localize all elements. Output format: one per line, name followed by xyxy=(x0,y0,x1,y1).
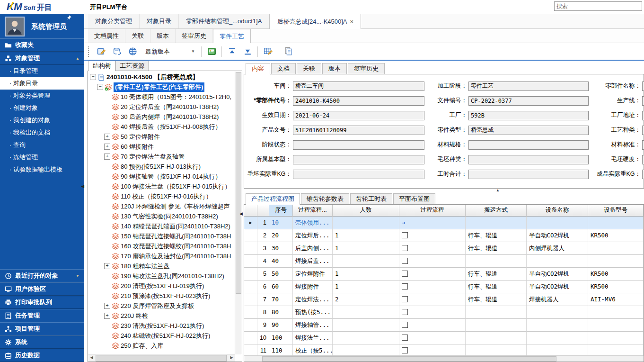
field-input-base-model[interactable] xyxy=(293,155,424,164)
table-row[interactable]: 660焊接附件1行车、辊道半自动CO2焊机KR500 xyxy=(244,281,644,293)
sidebar-item-print-approval-queue[interactable]: 打印审批队列 xyxy=(0,296,84,309)
tree-process-node[interactable]: +150 钻琵琶孔连接螺孔(同2401010-T38H xyxy=(88,231,235,241)
tree-process-node[interactable]: +140 精镗琵琶孔端面(同2401010-T38H2) xyxy=(88,221,235,231)
field-input-production-line[interactable]: 桥壳二 xyxy=(642,96,644,106)
sidebar-item-history-data[interactable]: 历史数据 xyxy=(0,349,84,362)
expand-icon[interactable]: + xyxy=(104,313,110,319)
field-input-part-name[interactable]: 后桥壳 xyxy=(642,81,644,91)
tree-group-node-selected[interactable]: −(零件工艺)零件工艺(汽车零部件) xyxy=(88,82,235,92)
tree-process-node[interactable]: +250 贮存、入库 xyxy=(88,341,235,351)
sidebar-item-my-created-objects[interactable]: 我创建的对象 xyxy=(0,114,84,127)
chevron-down-icon[interactable]: ▼ xyxy=(76,274,79,278)
table-row[interactable]: 550定位焊附件1行车、辊道半自动CO2焊机KR500 xyxy=(244,268,644,281)
sidebar-item-my-checked-out-docs[interactable]: 我检出的文档 xyxy=(0,127,84,139)
sidebar-item-object-class-mgmt[interactable]: 对象分类管理 xyxy=(0,90,84,102)
scrollbar-thumb[interactable] xyxy=(236,72,241,294)
field-input-file-no[interactable]: CP-2022-0377 xyxy=(468,96,589,106)
expand-icon[interactable]: + xyxy=(104,303,110,309)
tree-process-node[interactable]: +180 粗精车法兰盘 xyxy=(88,261,235,271)
table-row[interactable]: 990焊接轴管... xyxy=(244,319,644,332)
field-input-process-stage[interactable]: 零件工艺 xyxy=(468,81,589,91)
tree-process-node[interactable]: +170 磨轴承位及油封位(同2401010-T38H xyxy=(88,251,235,261)
flow-checkbox[interactable] xyxy=(402,296,408,302)
field-input-part-type[interactable]: 桥壳总成 xyxy=(468,126,589,135)
scroll-left-arrow-icon[interactable]: ◀ xyxy=(88,354,95,361)
flow-checkbox[interactable] xyxy=(402,245,408,251)
scroll-right-arrow-icon[interactable]: ▶ xyxy=(228,354,235,361)
flow-checkbox[interactable] xyxy=(402,335,408,341)
chevron-up-icon[interactable]: ▲ xyxy=(76,56,79,61)
toolbar-drag-handle[interactable] xyxy=(88,46,90,57)
tab-plant-layout[interactable]: 平面布置图 xyxy=(393,193,435,204)
field-input-factory-address[interactable]: 襄阳市 xyxy=(642,111,644,120)
tab-versions[interactable]: 版本 xyxy=(322,63,347,74)
sidebar-item-catalog-mgmt[interactable]: 目录管理 xyxy=(0,65,84,77)
tab-sign-history[interactable]: 签审历史 xyxy=(348,63,385,74)
tab-documents[interactable]: 文档 xyxy=(271,63,296,74)
tab-structure-tree[interactable]: 结构树 xyxy=(88,61,115,71)
tree-process-node[interactable]: +200 清理(按51XF-HJ-019执行) xyxy=(88,281,235,291)
tree-process-node[interactable]: +70 定位焊法兰盘及轴管 xyxy=(88,152,235,162)
scrollbar-thumb[interactable] xyxy=(262,356,556,362)
flow-checkbox[interactable] xyxy=(402,322,408,328)
tree-process-node[interactable]: +40 焊接后盖（按51XF-HJ-008执行） xyxy=(88,122,235,132)
tab-gear-hours[interactable]: 齿轮工时表 xyxy=(350,193,392,204)
tree-process-node[interactable]: +90 焊接轴管（按51XF-HJ-014执行） xyxy=(88,172,235,181)
tree-root-node[interactable]: −2401010-K4500 【后桥壳总成】 xyxy=(88,72,235,82)
field-input-blank-hardness[interactable] xyxy=(642,155,644,164)
tree-process-node[interactable]: +20 定位焊后盖（同2401010-T38H2) xyxy=(88,102,235,112)
sidebar-item-user-experience[interactable]: 用户体验区 xyxy=(0,282,84,296)
tab-versions[interactable]: 版本 xyxy=(150,29,176,43)
chevron-down-icon[interactable]: ▼ xyxy=(189,47,197,56)
tab-relations[interactable]: 关联 xyxy=(297,63,321,74)
flow-checkbox[interactable] xyxy=(402,232,408,238)
table-row[interactable]: 10100焊接法兰... xyxy=(244,332,644,344)
flow-checkbox[interactable] xyxy=(402,258,408,264)
expand-icon[interactable]: + xyxy=(104,144,110,150)
export-image-button[interactable] xyxy=(206,46,217,57)
edit-properties-button[interactable] xyxy=(96,46,107,57)
tab-bevel-gear-params[interactable]: 锥齿轮参数表 xyxy=(301,193,349,204)
tree-process-node[interactable]: +110 校正（按51XF-HJ-016执行） xyxy=(88,191,235,201)
collapse-icon[interactable]: − xyxy=(90,74,96,80)
sidebar-item-object-mgmt[interactable]: 对象管理▲ xyxy=(0,52,84,65)
field-input-work-hours-total[interactable] xyxy=(468,170,589,179)
tree-horizontal-scrollbar[interactable]: ◀ ▶ xyxy=(88,354,235,362)
table-row[interactable]: 330后盖内侧...1行车、辊道内侧焊机器人 xyxy=(244,242,644,255)
tree-process-node[interactable]: +220J 终检 xyxy=(88,311,235,321)
field-input-blank-type[interactable] xyxy=(468,155,589,164)
table-row[interactable]: 440焊接后盖... xyxy=(244,255,644,268)
tab-relations[interactable]: 关联 xyxy=(125,29,150,43)
tab-process-flow-chart[interactable]: 产品过程流程图 xyxy=(246,193,300,205)
sidebar-item-project-mgmt[interactable]: 项目管理 xyxy=(0,322,84,335)
field-input-product-doc-no[interactable]: 51E201601120099 xyxy=(293,126,424,135)
tree-process-node[interactable]: +50 定位焊附件 xyxy=(88,132,235,142)
table-horizontal-scrollbar[interactable] xyxy=(244,355,644,362)
flow-checkbox[interactable] xyxy=(402,283,408,290)
tree-process-node[interactable]: +130 气密性实验(同2401010-T38H2) xyxy=(88,211,235,221)
tab-process-resources[interactable]: 工艺资源 xyxy=(115,61,149,71)
tree-process-node[interactable]: +60 焊接附件 xyxy=(88,142,235,152)
flow-checkbox[interactable] xyxy=(402,271,408,277)
edit-table-button[interactable] xyxy=(262,46,273,57)
pane-splitter[interactable]: ▲ xyxy=(244,189,644,193)
sidebar-item-query[interactable]: 查询 xyxy=(0,139,84,151)
tree-process-node[interactable]: +80 预热(按51XF-HJ-013执行) xyxy=(88,162,235,172)
tab-object-catalog[interactable]: 对象目录 xyxy=(140,14,179,28)
tab-sign-history[interactable]: 签审历史 xyxy=(176,29,213,43)
sidebar-item-object-catalog[interactable]: 对象目录 xyxy=(0,77,84,90)
expand-icon[interactable]: + xyxy=(104,154,110,160)
tree-collapse-arrow-icon[interactable]: ◀ xyxy=(239,211,243,216)
splitter-up-arrow-icon[interactable]: ▲ xyxy=(496,188,500,192)
sidebar-item-freeze-mgmt[interactable]: 冻结管理 xyxy=(0,151,84,163)
tree-process-node[interactable]: +210 预涂漆(按51XF-HJ-023执行) xyxy=(88,291,235,301)
tab-object-class-mgmt[interactable]: 对象分类管理 xyxy=(88,14,140,28)
sidebar-item-system[interactable]: 系统 xyxy=(0,335,84,349)
field-input-part-code[interactable]: 2401010-K4500 xyxy=(293,96,424,106)
tab-doc-properties[interactable]: 文档属性 xyxy=(88,29,125,43)
scrollbar-thumb[interactable] xyxy=(96,355,227,362)
sidebar-item-favorites[interactable]: 收藏夹 xyxy=(0,38,84,52)
search-input[interactable] xyxy=(554,1,642,11)
tree-process-node[interactable]: +220 反序焊管路座及支撑板 xyxy=(88,301,235,311)
close-tab-icon[interactable]: × xyxy=(350,18,354,25)
